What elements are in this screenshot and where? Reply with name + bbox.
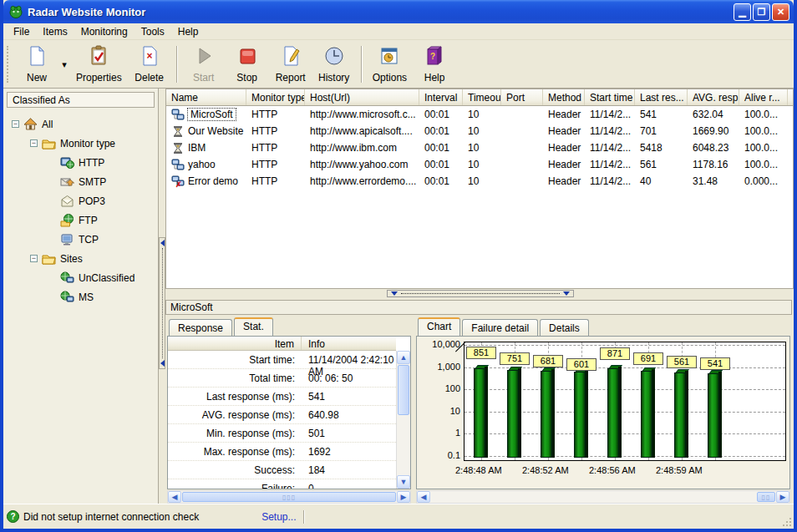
tab-details[interactable]: Details xyxy=(540,319,589,337)
tree-item-http[interactable]: HTTP xyxy=(7,153,155,172)
tree-item-monitor-type[interactable]: −Monitor type xyxy=(7,134,155,153)
monitor-name: Our Website xyxy=(188,125,243,137)
collapse-left-icon xyxy=(160,360,165,367)
horizontal-splitter-handle[interactable] xyxy=(387,290,574,297)
network-icon xyxy=(171,159,185,171)
setup-link[interactable]: Setup... xyxy=(261,511,296,523)
column-header-host-url[interactable]: Host(Url) xyxy=(305,89,419,105)
scrollbar-thumb[interactable]: ▯▯ xyxy=(757,492,775,502)
column-header-interval[interactable]: Interval xyxy=(419,89,463,105)
tab-response[interactable]: Response xyxy=(169,319,232,337)
delete-button[interactable]: × Delete xyxy=(128,43,171,86)
help-icon: ? xyxy=(424,45,445,67)
bar-front-face xyxy=(674,372,686,458)
toolbar-separator xyxy=(176,46,177,83)
cell-interval: 00:01 xyxy=(419,173,463,190)
tree-item-pop3[interactable]: POP3 xyxy=(7,191,155,210)
properties-button[interactable]: Properties xyxy=(70,43,128,86)
vertical-splitter-handle[interactable] xyxy=(159,237,165,369)
new-button[interactable]: New xyxy=(15,43,58,86)
monitor-row-our-website[interactable]: Our WebsiteHTTPhttp://www.apicalsoft....… xyxy=(166,123,793,139)
chart-y-tick-label: 10 xyxy=(419,406,460,416)
scroll-up-icon[interactable]: ▲ xyxy=(397,351,410,364)
cell-timeout: 10 xyxy=(463,139,501,156)
menu-file[interactable]: File xyxy=(7,24,36,39)
tab-chart[interactable]: Chart xyxy=(418,317,460,336)
stat-vertical-scrollbar[interactable]: ▲ ▼ xyxy=(396,351,410,489)
bar-value-label: 751 xyxy=(500,352,530,365)
stat-row-avg-response-ms: AVG. response (ms):640.98 xyxy=(168,406,396,424)
menu-monitoring[interactable]: Monitoring xyxy=(74,24,135,39)
tree-item-sites[interactable]: −Sites xyxy=(7,249,155,268)
stat-horizontal-scrollbar[interactable]: ◀ ▯▯▯ ▶ xyxy=(167,490,411,504)
stop-button[interactable]: Stop xyxy=(226,43,269,86)
resize-grip[interactable] xyxy=(781,516,792,527)
tab-stat[interactable]: Stat. xyxy=(234,317,273,336)
column-header-last-res[interactable]: Last res... xyxy=(635,89,688,105)
column-header-timeout[interactable]: Timeout xyxy=(463,89,501,105)
tree-item-label: Monitor type xyxy=(60,138,115,149)
report-button[interactable]: Report xyxy=(269,43,312,86)
column-header-start-time[interactable]: Start time xyxy=(585,89,635,105)
column-header-alive-r[interactable]: Alive r... xyxy=(739,89,788,105)
maximize-button[interactable]: ❐ xyxy=(753,3,770,21)
classified-as-panel: Classified As −All−Monitor typeHTTPSMTPP… xyxy=(3,89,159,504)
horizontal-splitter[interactable] xyxy=(165,289,794,298)
column-header-port[interactable]: Port xyxy=(501,89,543,105)
help-button[interactable]: ? Help xyxy=(413,43,456,86)
tree-item-all[interactable]: −All xyxy=(7,114,155,134)
scroll-left-icon[interactable]: ◀ xyxy=(168,491,181,503)
menu-items[interactable]: Items xyxy=(36,24,74,39)
column-header-info[interactable]: Info xyxy=(302,337,396,350)
cell-monitor-type: HTTP xyxy=(246,123,305,139)
new-dropdown-arrow[interactable]: ▾ xyxy=(58,43,70,86)
tree-item-ftp[interactable]: FTP xyxy=(7,210,155,230)
monitor-name: MicroSoft xyxy=(188,109,236,120)
tree-item-unclassified[interactable]: UnClassified xyxy=(7,268,155,287)
toolbar-grip[interactable] xyxy=(7,46,13,83)
vertical-splitter[interactable] xyxy=(159,89,165,504)
expander-minus-icon[interactable]: − xyxy=(12,120,19,128)
menu-help[interactable]: Help xyxy=(171,24,206,39)
monitor-row-microsoft[interactable]: MicroSoftHTTPhttp://www.microsoft.c...00… xyxy=(166,106,793,123)
cell-alive-r: 100.0... xyxy=(739,106,788,123)
options-button[interactable]: Options xyxy=(367,43,413,86)
scroll-down-icon[interactable]: ▼ xyxy=(397,475,410,489)
monitor-row-error-demo[interactable]: ✗Error demoHTTPhttp://www.errordemo....0… xyxy=(166,173,793,190)
close-button[interactable]: ✕ xyxy=(772,3,789,21)
scroll-right-icon[interactable]: ▶ xyxy=(397,491,410,503)
monitor-name: Error demo xyxy=(188,175,238,187)
history-icon xyxy=(323,45,345,67)
chart-gridline xyxy=(464,345,785,346)
chart-x-tick-label: 2:48:52 AM xyxy=(522,465,569,475)
minimize-button[interactable]: ▁ xyxy=(734,3,751,21)
bar-value-label: 691 xyxy=(633,352,663,365)
monitor-row-ibm[interactable]: IBMHTTPhttp://www.ibm.com00:0110Header11… xyxy=(166,139,793,156)
scroll-right-icon[interactable]: ▶ xyxy=(776,491,789,503)
scroll-left-icon[interactable]: ◀ xyxy=(417,491,430,503)
start-icon xyxy=(193,45,215,67)
scrollbar-thumb[interactable] xyxy=(398,365,409,415)
menu-tools[interactable]: Tools xyxy=(135,24,171,39)
tree-item-ms[interactable]: MS xyxy=(7,287,155,307)
start-button[interactable]: Start xyxy=(182,43,226,86)
tab-failure-detail[interactable]: Failure detail xyxy=(462,319,538,337)
chart-horizontal-scrollbar[interactable]: ◀ ▯▯ ▶ xyxy=(416,490,790,504)
chart-x-tick-label: 2:48:56 AM xyxy=(589,465,636,475)
expander-minus-icon[interactable]: − xyxy=(30,139,38,147)
cell-last-res: 40 xyxy=(635,173,688,190)
scrollbar-thumb[interactable]: ▯▯▯ xyxy=(182,492,396,502)
column-header-avg-resp[interactable]: AVG. resp... xyxy=(688,89,739,105)
column-header-monitor-type[interactable]: Monitor type xyxy=(246,89,305,105)
tree-item-smtp[interactable]: SMTP xyxy=(7,172,155,191)
column-header-name[interactable]: Name xyxy=(166,89,246,105)
column-header-method[interactable]: Method xyxy=(543,89,585,105)
scrollbar-track[interactable] xyxy=(430,491,756,503)
column-header-item[interactable]: Item xyxy=(168,337,302,350)
history-button[interactable]: History xyxy=(312,43,356,86)
cell-start-time: 11/14/2... xyxy=(585,156,635,173)
monitor-row-yahoo[interactable]: yahooHTTPhttp://www.yahoo.com00:0110Head… xyxy=(166,156,793,173)
expander-minus-icon[interactable]: − xyxy=(30,255,38,262)
tree-item-tcp[interactable]: TCP xyxy=(7,230,155,249)
scrollbar-track[interactable] xyxy=(397,416,410,475)
